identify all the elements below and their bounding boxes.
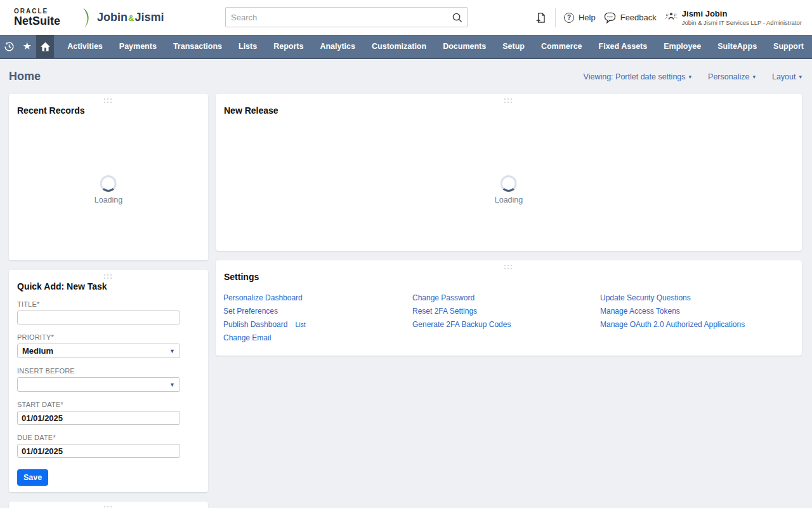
personalize-label: Personalize	[708, 72, 749, 81]
insert-before-select[interactable]: ▼	[17, 377, 180, 392]
settings-row: Manage OAuth 2.0 Authorized Applications	[600, 318, 794, 331]
settings-column: Change PasswordReset 2FA SettingsGenerat…	[412, 291, 600, 331]
save-button[interactable]: Save	[17, 469, 48, 486]
portlet-title: New Release	[216, 94, 802, 116]
nav-item-support[interactable]: Support	[765, 34, 812, 58]
nav-item-suiteapps[interactable]: SuiteApps	[709, 34, 765, 58]
task-title-input[interactable]	[17, 311, 180, 324]
user-name: Jismi Jobin	[682, 9, 802, 19]
start-date-input[interactable]	[17, 411, 180, 425]
settings-links: Personalize DashboardSet PreferencesPubl…	[216, 282, 802, 354]
due-date-input[interactable]	[17, 444, 180, 458]
nav-item-transactions[interactable]: Transactions	[165, 34, 230, 58]
nav-item-analytics[interactable]: Analytics	[311, 34, 363, 58]
layout-dropdown[interactable]: Layout ▾	[772, 72, 802, 81]
oracle-wordmark: ORACLE	[14, 8, 60, 15]
settings-link-generate-2fa-backup-codes[interactable]: Generate 2FA Backup Codes	[412, 320, 511, 329]
settings-link-change-email[interactable]: Change Email	[223, 333, 271, 342]
settings-link-manage-access-tokens[interactable]: Manage Access Tokens	[600, 307, 680, 316]
settings-row: Personalize Dashboard	[223, 291, 412, 304]
nav-item-activities[interactable]: Activities	[59, 34, 111, 58]
settings-link-set-preferences[interactable]: Set Preferences	[223, 307, 278, 316]
nav-item-fixed-assets[interactable]: Fixed Assets	[591, 34, 656, 58]
settings-row: Reset 2FA Settings	[412, 304, 600, 318]
page-title: Home	[9, 70, 41, 83]
portlet-title: Settings	[216, 260, 802, 282]
recent-history-tab[interactable]	[0, 35, 18, 58]
due-date-field-label: DUE DATE*	[17, 434, 200, 441]
settings-link-manage-oauth-2-0-authorized-applications[interactable]: Manage OAuth 2.0 Authorized Applications	[600, 320, 745, 329]
help-button[interactable]: ? Help	[564, 13, 596, 23]
priority-value: Medium	[22, 346, 53, 356]
brand-amp: &	[128, 13, 134, 23]
roles-icon	[665, 11, 678, 22]
recent-records-portlet: Recent Records Loading	[9, 94, 208, 260]
create-new-button[interactable]	[535, 11, 547, 24]
settings-row: Change Email	[223, 331, 412, 344]
top-header: ORACLE NetSuite Jobin&Jismi	[0, 0, 812, 35]
new-release-portlet: New Release Loading	[216, 94, 802, 251]
nav-item-commerce[interactable]: Commerce	[533, 34, 591, 58]
header-divider	[555, 8, 556, 27]
priority-select[interactable]: Medium ▼	[17, 344, 180, 358]
insert-before-field-label: INSERT BEFORE	[17, 367, 200, 375]
settings-link-change-password[interactable]: Change Password	[412, 293, 475, 302]
loading-label: Loading	[495, 196, 523, 204]
settings-link-publish-dashboard[interactable]: Publish Dashboard	[223, 320, 287, 329]
drag-handle[interactable]	[104, 506, 105, 507]
dropdown-arrow-icon: ▼	[169, 382, 175, 388]
nav-item-employee[interactable]: Employee	[655, 34, 709, 58]
settings-link-reset-2fa-settings[interactable]: Reset 2FA Settings	[412, 307, 477, 316]
brand-swoosh-icon	[81, 8, 93, 28]
loading-indicator: Loading	[495, 175, 523, 204]
spinner-icon	[100, 175, 117, 192]
settings-portlet: Settings Personalize DashboardSet Prefer…	[216, 260, 802, 356]
settings-link-personalize-dashboard[interactable]: Personalize Dashboard	[223, 293, 303, 302]
settings-row: Publish DashboardList	[223, 318, 412, 331]
user-menu[interactable]: Jismi Jobin Jobin & Jismi IT Services LL…	[665, 9, 802, 26]
nav-item-documents[interactable]: Documents	[435, 34, 494, 58]
settings-row: Manage Access Tokens	[600, 304, 794, 318]
company-logo: Jobin&Jismi	[81, 8, 164, 28]
viewing-label: Viewing: Portlet date settings	[584, 72, 686, 81]
star-icon: ★	[22, 41, 31, 51]
help-icon: ?	[564, 13, 574, 23]
settings-row: Set Preferences	[223, 304, 412, 318]
loading-label: Loading	[95, 196, 123, 204]
layout-label: Layout	[772, 72, 796, 81]
global-search	[225, 7, 468, 27]
oracle-netsuite-logo[interactable]: ORACLE NetSuite	[14, 8, 60, 27]
nav-item-lists[interactable]: Lists	[230, 34, 265, 58]
settings-row: Generate 2FA Backup Codes	[412, 318, 600, 331]
nav-item-customization[interactable]: Customization	[363, 34, 435, 58]
shortcuts-tab[interactable]: ★	[18, 35, 36, 58]
settings-link-list[interactable]: List	[295, 321, 305, 328]
search-input[interactable]	[225, 7, 468, 27]
settings-row: Change Password	[412, 291, 600, 304]
nav-item-payments[interactable]: Payments	[111, 34, 165, 58]
nav-menu: ActivitiesPaymentsTransactionsListsRepor…	[59, 35, 812, 58]
drag-handle[interactable]	[104, 98, 105, 100]
priority-field-label: PRIORITY*	[17, 333, 200, 341]
main-navigation: ★ ActivitiesPaymentsTransactionsListsRep…	[0, 35, 812, 59]
feedback-icon	[604, 12, 616, 23]
brand-first: Jobin	[97, 11, 128, 23]
drag-handle[interactable]	[504, 98, 506, 100]
help-label: Help	[579, 13, 596, 22]
drag-handle[interactable]	[104, 274, 105, 276]
nav-item-setup[interactable]: Setup	[494, 34, 533, 58]
chevron-down-icon: ▾	[752, 74, 756, 80]
history-clock-icon	[4, 41, 15, 52]
quick-add-task-portlet: Quick Add: New Task TITLE* PRIORITY* Med…	[9, 270, 208, 492]
feedback-button[interactable]: Feedback	[604, 12, 657, 23]
drag-handle[interactable]	[504, 265, 506, 266]
brand-second: Jismi	[134, 11, 164, 23]
home-tab[interactable]	[36, 35, 54, 58]
settings-column: Personalize DashboardSet PreferencesPubl…	[223, 291, 412, 344]
portlet-title: Recent Records	[9, 94, 208, 116]
settings-link-update-security-questions[interactable]: Update Security Questions	[600, 293, 691, 302]
viewing-dropdown[interactable]: Viewing: Portlet date settings ▾	[584, 72, 692, 81]
personalize-dropdown[interactable]: Personalize ▾	[708, 72, 756, 81]
search-icon[interactable]	[452, 12, 462, 23]
nav-item-reports[interactable]: Reports	[265, 34, 311, 58]
